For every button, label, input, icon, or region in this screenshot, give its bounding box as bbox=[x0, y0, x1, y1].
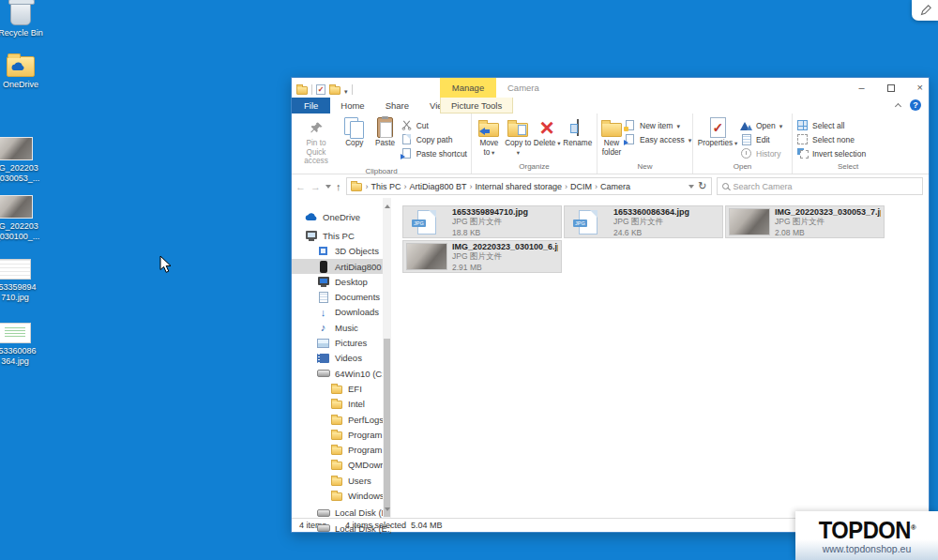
edit-button[interactable]: Edit bbox=[740, 132, 782, 146]
new-item-button[interactable]: New item bbox=[624, 118, 691, 132]
tab-share[interactable]: Share bbox=[375, 98, 419, 114]
copy-to-button[interactable]: Copy to bbox=[505, 116, 532, 157]
sidebar-item-efi[interactable]: EFI bbox=[292, 381, 391, 396]
sidebar-item-64win10-c[interactable]: 64Win10 (C:) bbox=[292, 366, 391, 381]
invert-selection-button[interactable]: Invert selection bbox=[796, 146, 866, 160]
sidebar-item-this-pc[interactable]: This PC bbox=[292, 228, 391, 243]
maximize-button[interactable] bbox=[887, 84, 895, 92]
sidebar-scrollbar[interactable] bbox=[383, 198, 391, 518]
group-label-select: Select bbox=[793, 161, 903, 174]
desktop-icon-onedrive[interactable]: OneDrive bbox=[0, 56, 47, 90]
desktop-icon-label-line1: 653359894 bbox=[0, 282, 37, 292]
pin-to-quick-access-button[interactable]: Pin to Quick access bbox=[295, 116, 337, 166]
button-label: Pin to Quick access bbox=[295, 139, 337, 166]
tab-home[interactable]: Home bbox=[330, 98, 374, 114]
breadcrumb-dcim[interactable]: DCIM bbox=[570, 182, 592, 191]
sidebar-item-program-files-x86[interactable]: Program Files ( bbox=[292, 442, 391, 457]
history-button[interactable]: History bbox=[740, 146, 782, 160]
breadcrumb-internal-shared-storage[interactable]: Internal shared storage bbox=[476, 182, 563, 191]
group-label-open: Open bbox=[693, 161, 792, 174]
button-label: Delete bbox=[534, 139, 561, 148]
tab-picture-tools[interactable]: Picture Tools bbox=[440, 98, 513, 114]
desktop-icon-1653359894710[interactable]: 653359894 710.jpg bbox=[0, 259, 41, 302]
sidebar-item-desktop[interactable]: Desktop bbox=[292, 274, 391, 289]
delete-button[interactable]: × Delete bbox=[534, 116, 561, 148]
sidebar-item-artidiag800-bt[interactable]: ArtiDiag800 BT bbox=[292, 259, 391, 274]
close-button[interactable]: × bbox=[917, 83, 923, 93]
jpg-badge: JPG bbox=[573, 219, 587, 227]
customize-quick-access-dropdown-icon[interactable] bbox=[344, 81, 348, 98]
address-dropdown-icon[interactable] bbox=[688, 185, 694, 191]
select-all-button[interactable]: Select all bbox=[796, 118, 866, 132]
desktop-icon-recycle-bin[interactable]: Recycle Bin bbox=[0, 2, 47, 38]
sidebar-item-intel[interactable]: Intel bbox=[292, 397, 391, 412]
refresh-icon[interactable]: ↻ bbox=[698, 180, 706, 192]
up-icon[interactable]: ↑ bbox=[336, 181, 341, 192]
forward-icon[interactable]: → bbox=[310, 181, 321, 192]
sidebar-item-local-disk-e[interactable]: Local Disk (E:) bbox=[292, 521, 391, 536]
sidebar-item-label: Videos bbox=[335, 353, 362, 363]
open-button[interactable]: Open bbox=[740, 118, 782, 132]
sidebar-item-windows[interactable]: Windows bbox=[292, 488, 391, 503]
sidebar-item-documents[interactable]: Documents bbox=[292, 289, 391, 304]
file-tile[interactable]: IMG_20220323_030100_6.jpg JPG 图片文件 2.91 … bbox=[402, 240, 562, 273]
sidebar-item-onedrive[interactable]: OneDrive bbox=[292, 209, 391, 224]
file-tile[interactable]: JPG 1653359894710.jpg JPG 图片文件 18.8 KB bbox=[402, 205, 562, 238]
manage-contextual-tab[interactable]: Manage bbox=[440, 78, 496, 98]
sidebar-item-qmdownload[interactable]: QMDownload bbox=[292, 458, 391, 473]
copy-path-button[interactable]: Copy path bbox=[401, 132, 467, 146]
tab-file[interactable]: File bbox=[292, 98, 330, 114]
breadcrumb-camera[interactable]: Camera bbox=[600, 182, 630, 191]
file-size: 18.8 KB bbox=[452, 228, 528, 237]
move-to-icon bbox=[478, 116, 499, 139]
folder-icon[interactable] bbox=[296, 86, 308, 95]
sidebar-item-downloads[interactable]: ↓Downloads bbox=[292, 305, 391, 320]
address-bar[interactable]: › This PC › ArtiDiag800 BT › Internal sh… bbox=[346, 177, 712, 195]
desktop-icon-1653360086364[interactable]: 653360086 364.jpg bbox=[0, 323, 41, 366]
annotation-tool-popup[interactable] bbox=[912, 0, 938, 21]
scroll-up-icon[interactable] bbox=[385, 202, 390, 208]
sidebar-item-label: Local Disk (E:) bbox=[335, 523, 391, 534]
copy-button[interactable]: Copy bbox=[339, 116, 370, 148]
file-list-area[interactable]: JPG 1653359894710.jpg JPG 图片文件 18.8 KB J… bbox=[391, 198, 929, 518]
recent-locations-dropdown-icon[interactable] bbox=[325, 185, 331, 191]
sidebar-item-program-files[interactable]: Program Files bbox=[292, 427, 391, 442]
sidebar-item-pictures[interactable]: Pictures bbox=[292, 335, 391, 350]
file-tile[interactable]: IMG_20220323_030053_7.jpg JPG 图片文件 2.08 … bbox=[725, 205, 885, 238]
back-icon[interactable]: ← bbox=[295, 181, 306, 192]
desktop-icon-img-030053[interactable]: MG_202203 3_030053_... bbox=[0, 137, 41, 183]
sidebar-item-perflogs[interactable]: PerfLogs bbox=[292, 412, 391, 427]
scroll-down-icon[interactable] bbox=[385, 507, 390, 514]
rename-button[interactable]: Rename bbox=[563, 116, 593, 148]
properties-quick-icon[interactable]: ✓ bbox=[316, 84, 325, 95]
title-bar[interactable]: ✓ Manage Camera – × bbox=[292, 78, 929, 98]
move-to-button[interactable]: Move to bbox=[476, 116, 503, 157]
sidebar-item-videos[interactable]: Videos bbox=[292, 351, 391, 366]
paste-shortcut-button[interactable]: Paste shortcut bbox=[401, 146, 467, 160]
new-folder-button[interactable]: New folder bbox=[601, 116, 622, 157]
breadcrumb-artidiag800-bt[interactable]: ArtiDiag800 BT bbox=[410, 182, 467, 191]
folder-icon bbox=[329, 491, 343, 501]
sidebar-item-users[interactable]: Users bbox=[292, 473, 391, 488]
file-tile[interactable]: JPG 1653360086364.jpg JPG 图片文件 24.6 KB bbox=[564, 205, 723, 238]
sidebar-item-music[interactable]: ♪Music bbox=[292, 320, 391, 335]
collapse-ribbon-icon[interactable] bbox=[895, 102, 901, 109]
new-folder-quick-icon[interactable] bbox=[329, 86, 340, 95]
search-box[interactable]: Search Camera bbox=[717, 177, 924, 195]
pencil-icon bbox=[919, 5, 931, 17]
button-label: Edit bbox=[756, 135, 770, 144]
breadcrumb-this-pc[interactable]: This PC bbox=[371, 182, 401, 191]
easy-access-button[interactable]: Easy access bbox=[624, 132, 691, 146]
group-label-organize: Organize bbox=[472, 161, 597, 174]
jpg-badge: JPG bbox=[412, 219, 426, 227]
help-icon[interactable]: ? bbox=[910, 99, 921, 111]
sidebar-item-3d-objects[interactable]: 3D Objects bbox=[292, 244, 391, 259]
minimize-button[interactable]: – bbox=[858, 83, 864, 93]
select-none-button[interactable]: Select none bbox=[796, 132, 866, 146]
sidebar-item-local-disk-d[interactable]: Local Disk (D:) bbox=[292, 506, 391, 521]
scrollbar-thumb[interactable] bbox=[384, 339, 390, 517]
properties-button[interactable]: Properties bbox=[697, 116, 738, 148]
desktop-icon-img-030100[interactable]: MG_202203 3_030100_... bbox=[0, 195, 41, 241]
paste-button[interactable]: Paste bbox=[371, 116, 398, 148]
cut-button[interactable]: Cut bbox=[401, 118, 467, 132]
